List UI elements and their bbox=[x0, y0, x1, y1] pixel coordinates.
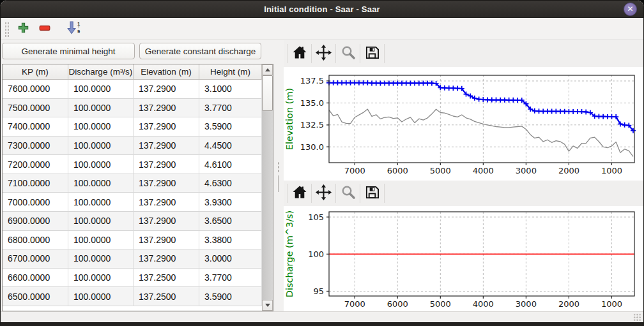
generate-constant-discharge-button[interactable]: Generate constant discharge bbox=[139, 43, 261, 59]
chart2-home-button[interactable] bbox=[291, 185, 308, 202]
table-cell-discharge[interactable]: 100.0000 bbox=[68, 117, 134, 137]
table-cell-height[interactable]: 3.9300 bbox=[199, 193, 262, 212]
table-cell-discharge[interactable]: 100.0000 bbox=[68, 174, 134, 193]
table-cell-discharge[interactable]: 100.0000 bbox=[68, 287, 134, 306]
table-cell-kp[interactable]: 7100.0000 bbox=[3, 174, 68, 193]
generate-minimal-height-button[interactable]: Generate minimal height bbox=[2, 43, 135, 59]
window-title: Initial condition - Saar - Saar bbox=[1, 1, 643, 18]
table-cell-discharge[interactable]: 100.0000 bbox=[68, 231, 134, 250]
y-tick-label: 130.0 bbox=[300, 142, 324, 152]
scroll-down-button[interactable] bbox=[262, 300, 273, 311]
table-cell-discharge[interactable]: 100.0000 bbox=[68, 212, 134, 231]
table-cell-elevation[interactable]: 137.2900 bbox=[134, 137, 199, 156]
table-cell-kp[interactable]: 7000.0000 bbox=[3, 193, 68, 212]
elevation-plot[interactable]: 7000600050004000300020001000137.5135.013… bbox=[284, 67, 644, 181]
table-cell-height[interactable]: 3.1000 bbox=[199, 80, 262, 99]
chart1-home-button[interactable] bbox=[291, 45, 308, 63]
y-tick-label: 137.5 bbox=[300, 76, 324, 85]
scroll-up-button[interactable] bbox=[262, 64, 273, 75]
table-cell-kp[interactable]: 6900.0000 bbox=[3, 212, 68, 231]
table-row: 7600.0000100.0000137.29003.1000 bbox=[3, 80, 262, 99]
table-cell-elevation[interactable]: 137.2900 bbox=[134, 212, 199, 231]
table-row: 6500.0000100.0000137.25003.5900 bbox=[3, 287, 262, 306]
table-cell-kp[interactable]: 7300.0000 bbox=[3, 137, 68, 156]
splitter-handle[interactable] bbox=[278, 175, 279, 192]
table-cell-kp[interactable]: 7600.0000 bbox=[3, 80, 68, 99]
table-cell-elevation[interactable]: 137.2900 bbox=[134, 80, 199, 99]
table-cell-elevation[interactable]: 137.2900 bbox=[134, 249, 199, 269]
magnifier-icon bbox=[341, 184, 356, 202]
table-cell-discharge[interactable]: 100.0000 bbox=[68, 155, 134, 174]
chart1-zoom-button[interactable] bbox=[339, 45, 356, 63]
table-cell-height[interactable]: 3.7700 bbox=[199, 99, 262, 118]
x-tick-label: 1000 bbox=[601, 299, 622, 309]
toolbar-drag-handle[interactable] bbox=[4, 22, 9, 37]
chart2-pan-button[interactable] bbox=[315, 185, 332, 202]
table-cell-elevation[interactable]: 137.2900 bbox=[134, 155, 199, 174]
table-cell-elevation[interactable]: 137.2500 bbox=[134, 269, 199, 288]
table-cell-kp[interactable]: 7400.0000 bbox=[3, 117, 68, 137]
table-cell-height[interactable]: 3.5900 bbox=[199, 287, 262, 306]
sort-rows-button[interactable]: 1 ⋮ 9 bbox=[63, 21, 80, 38]
plot-border bbox=[329, 75, 634, 163]
table-cell-discharge[interactable]: 100.0000 bbox=[68, 193, 134, 212]
table-cell-height[interactable]: 3.5900 bbox=[199, 117, 262, 137]
discharge-chart-toolbar bbox=[284, 181, 644, 206]
x-tick-label: 3000 bbox=[516, 299, 537, 309]
chart2-save-button[interactable] bbox=[364, 185, 381, 202]
scrollbar-thumb[interactable] bbox=[262, 75, 273, 111]
add-row-button[interactable] bbox=[15, 21, 31, 38]
panel-splitter[interactable] bbox=[273, 40, 284, 311]
sort-numeric-down-icon bbox=[67, 21, 77, 37]
table-cell-elevation[interactable]: 137.2900 bbox=[134, 174, 199, 193]
table-cell-discharge[interactable]: 100.0000 bbox=[68, 80, 134, 99]
discharge-plot[interactable]: 700060005000400030002000100010510095Disc… bbox=[284, 206, 644, 311]
table-row: 7200.0000100.0000137.29004.6100 bbox=[3, 155, 262, 174]
table-cell-height[interactable]: 3.7700 bbox=[199, 269, 262, 288]
table-cell-height[interactable]: 3.3800 bbox=[199, 231, 262, 250]
table-cell-kp[interactable]: 7500.0000 bbox=[3, 99, 68, 118]
table-cell-height[interactable]: 4.6300 bbox=[199, 174, 262, 193]
table-row: 7300.0000100.0000137.29004.4500 bbox=[3, 137, 262, 156]
table-cell-discharge[interactable]: 100.0000 bbox=[68, 137, 134, 156]
table-cell-elevation[interactable]: 137.2900 bbox=[134, 117, 199, 137]
x-tick-label: 1000 bbox=[601, 166, 622, 175]
table-cell-height[interactable]: 3.0000 bbox=[199, 249, 262, 269]
table-cell-height[interactable]: 4.6100 bbox=[199, 155, 262, 174]
table-cell-discharge[interactable]: 100.0000 bbox=[68, 269, 134, 288]
chart1-pan-button[interactable] bbox=[315, 45, 332, 63]
chart2-zoom-button[interactable] bbox=[339, 185, 356, 202]
remove-row-button[interactable] bbox=[36, 21, 53, 38]
table-cell-kp[interactable]: 6800.0000 bbox=[3, 231, 68, 250]
column-header-elevation[interactable]: Elevation (m) bbox=[134, 64, 199, 80]
table-cell-kp[interactable]: 6600.0000 bbox=[3, 269, 68, 288]
table-scrollbar[interactable] bbox=[262, 64, 273, 311]
table-cell-kp[interactable]: 6500.0000 bbox=[3, 287, 68, 306]
y-tick-label: 100 bbox=[308, 249, 324, 259]
chart1-save-button[interactable] bbox=[364, 45, 381, 63]
column-header-discharge[interactable]: Discharge (m³/s) bbox=[68, 64, 134, 80]
column-header-height[interactable]: Height (m) bbox=[199, 64, 262, 80]
close-button[interactable]: ✕ bbox=[624, 3, 637, 16]
table-cell-elevation[interactable]: 137.2500 bbox=[134, 287, 199, 306]
main-toolbar: 1 ⋮ 9 bbox=[1, 19, 643, 40]
column-header-kp[interactable]: KP (m) bbox=[3, 64, 68, 80]
y-tick-label: 105 bbox=[308, 212, 324, 222]
resize-grip[interactable] bbox=[633, 313, 641, 322]
table-cell-elevation[interactable]: 137.2900 bbox=[134, 193, 199, 212]
table-cell-discharge[interactable]: 100.0000 bbox=[68, 249, 134, 269]
floppy-disk-icon bbox=[365, 185, 379, 202]
table-cell-height[interactable]: 3.6500 bbox=[199, 212, 262, 231]
home-icon bbox=[292, 45, 307, 63]
table-cell-discharge[interactable]: 100.0000 bbox=[68, 99, 134, 118]
initial-condition-table: KP (m) Discharge (m³/s) Elevation (m) He… bbox=[2, 64, 273, 311]
table-body: 7600.0000100.0000137.29003.10007500.0000… bbox=[3, 80, 262, 306]
splitter-grip-dots bbox=[277, 161, 280, 173]
table-cell-height[interactable]: 4.4500 bbox=[199, 137, 262, 156]
table-cell-elevation[interactable]: 137.2900 bbox=[134, 99, 199, 118]
table-cell-elevation[interactable]: 137.2900 bbox=[134, 231, 199, 250]
table-cell-kp[interactable]: 6700.0000 bbox=[3, 249, 68, 269]
home-icon bbox=[292, 184, 307, 202]
titlebar[interactable]: Initial condition - Saar - Saar ✕ bbox=[1, 1, 643, 18]
table-cell-kp[interactable]: 7200.0000 bbox=[3, 155, 68, 174]
